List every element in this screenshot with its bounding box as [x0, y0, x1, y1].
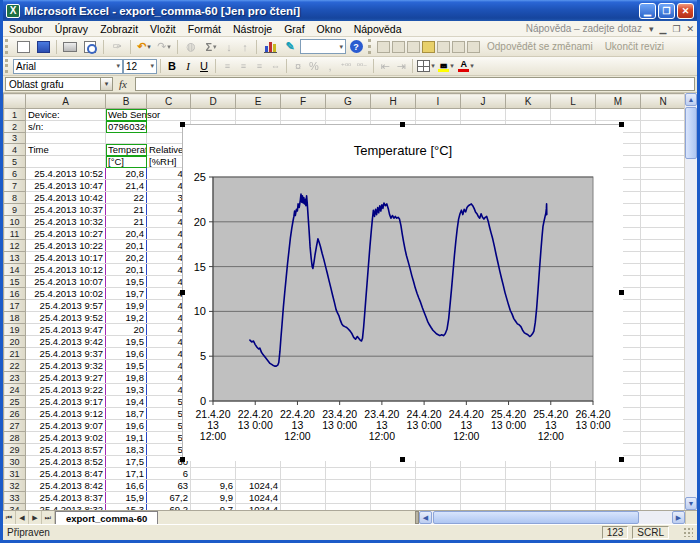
new-button[interactable] [14, 38, 32, 55]
cell[interactable]: 25.4.2013 9:07 [26, 420, 106, 432]
row-header-15[interactable]: 15 [4, 276, 26, 288]
row-header-20[interactable]: 20 [4, 336, 26, 348]
cell[interactable] [506, 480, 551, 492]
review-comment-icon[interactable] [422, 41, 435, 53]
cell[interactable] [641, 168, 686, 180]
row-header-32[interactable]: 32 [4, 480, 26, 492]
column-header-G[interactable]: G [326, 94, 371, 109]
cell[interactable]: 25.4.2013 10:52 [26, 168, 106, 180]
cell[interactable] [281, 504, 326, 510]
sort-descending-button[interactable]: ↑ [238, 38, 252, 55]
end-review-button[interactable]: Ukončit revizi [605, 41, 664, 52]
horizontal-scroll-thumb[interactable] [433, 511, 639, 524]
cell[interactable] [641, 384, 686, 396]
cell[interactable]: s/n: [26, 121, 106, 133]
cell[interactable]: 9,7 [191, 504, 236, 510]
cell[interactable] [326, 492, 371, 504]
align-right-button[interactable]: ≡ [252, 58, 266, 75]
cell[interactable]: 9,6 [191, 480, 236, 492]
decrease-decimal-button[interactable]: ⁰⁰⁻ [355, 58, 369, 75]
cell[interactable] [26, 156, 106, 168]
cell[interactable] [641, 468, 686, 480]
cell[interactable]: 25.4.2013 10:47 [26, 180, 106, 192]
print-preview-button[interactable] [81, 38, 99, 55]
column-header-H[interactable]: H [371, 94, 416, 109]
cell[interactable]: 19,3 [106, 384, 147, 396]
cell[interactable]: 17,5 [106, 456, 147, 468]
review-icon[interactable] [392, 41, 405, 53]
cell[interactable]: 25.4.2013 9:42 [26, 336, 106, 348]
last-sheet-icon[interactable]: ⏭ [42, 511, 55, 524]
cell[interactable] [326, 109, 371, 121]
cell[interactable]: Web Sensor [106, 109, 147, 121]
cell[interactable] [641, 444, 686, 456]
cell[interactable] [641, 144, 686, 156]
column-header-N[interactable]: N [641, 94, 686, 109]
cell[interactable]: 18,3 [106, 444, 147, 456]
cell[interactable] [641, 156, 686, 168]
cell[interactable] [416, 109, 461, 121]
cell[interactable] [641, 396, 686, 408]
help-query-dropdown-icon[interactable]: ▾ [646, 24, 657, 34]
menu-nastroje[interactable]: Nástroje [227, 22, 278, 36]
row-header-12[interactable]: 12 [4, 240, 26, 252]
column-header-C[interactable]: C [147, 94, 191, 109]
cell[interactable] [416, 492, 461, 504]
cell[interactable]: 21 [106, 204, 147, 216]
font-color-button[interactable]: A▾ [457, 58, 475, 75]
cell[interactable] [641, 324, 686, 336]
cell[interactable] [641, 228, 686, 240]
cell[interactable] [641, 492, 686, 504]
cell[interactable] [641, 300, 686, 312]
zoom-combo[interactable]: ▾ [300, 39, 346, 54]
cell[interactable] [506, 109, 551, 121]
cell[interactable]: 67,2 [147, 492, 191, 504]
row-header-10[interactable]: 10 [4, 216, 26, 228]
cell[interactable] [461, 480, 506, 492]
cell[interactable] [596, 468, 641, 480]
row-header-11[interactable]: 11 [4, 228, 26, 240]
cell[interactable]: 25.4.2013 10:07 [26, 276, 106, 288]
menu-vlozit[interactable]: Vložit [144, 22, 182, 36]
chart-handle-se[interactable] [619, 457, 624, 462]
vertical-scroll-thumb[interactable] [685, 107, 697, 159]
cell[interactable]: 22 [106, 192, 147, 204]
cell[interactable] [371, 492, 416, 504]
align-center-button[interactable]: ≡ [236, 58, 250, 75]
hyperlink-button[interactable]: ◍ [182, 38, 200, 55]
font-name-combo[interactable]: Arial▾ [13, 59, 123, 74]
cell[interactable]: 25.4.2013 8:32 [26, 504, 106, 510]
row-header-27[interactable]: 27 [4, 420, 26, 432]
comma-style-button[interactable]: , [323, 58, 337, 75]
cell[interactable] [191, 109, 236, 121]
cell[interactable]: 20,1 [106, 264, 147, 276]
temperature-chart[interactable]: Temperature [°C]051015202521.4.201312:00… [182, 124, 622, 460]
cell[interactable]: 1024,4 [236, 480, 281, 492]
review-icon[interactable] [467, 41, 480, 53]
cell[interactable]: 07960326 [106, 121, 147, 133]
column-header-L[interactable]: L [551, 94, 596, 109]
toolbar-grip[interactable] [5, 59, 10, 73]
scroll-down-icon[interactable]: ▼ [685, 497, 697, 510]
cell[interactable]: 16,6 [106, 480, 147, 492]
cell[interactable] [371, 480, 416, 492]
resize-grip[interactable] [683, 527, 693, 537]
cell[interactable]: 25.4.2013 10:32 [26, 216, 106, 228]
cell[interactable]: 25.4.2013 10:42 [26, 192, 106, 204]
cell[interactable]: 20,1 [106, 240, 147, 252]
sheet-tab-active[interactable]: export_comma-60 [55, 511, 158, 524]
cell[interactable] [641, 276, 686, 288]
cell[interactable] [596, 492, 641, 504]
row-header-7[interactable]: 7 [4, 180, 26, 192]
cell[interactable] [641, 360, 686, 372]
cell[interactable]: 19,5 [106, 360, 147, 372]
cell[interactable] [641, 504, 686, 510]
cell[interactable]: 20 [106, 324, 147, 336]
help-button[interactable]: ? [347, 38, 365, 55]
sort-ascending-button[interactable]: ↓ [222, 38, 236, 55]
cell[interactable]: 19,8 [106, 372, 147, 384]
cell[interactable] [641, 109, 686, 121]
cell[interactable] [506, 492, 551, 504]
cell[interactable] [371, 109, 416, 121]
cell[interactable] [641, 408, 686, 420]
